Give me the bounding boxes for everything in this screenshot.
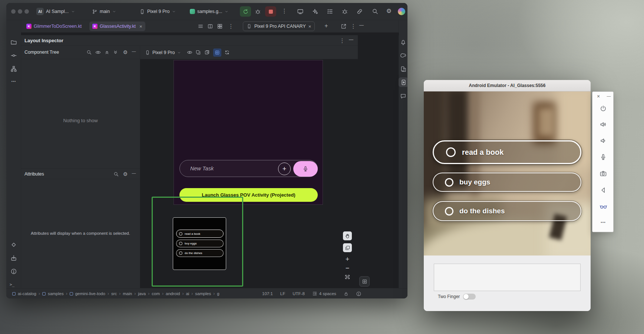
breadcrumb-item[interactable]: android <box>166 291 180 296</box>
todo-checkbox-icon[interactable] <box>446 147 456 157</box>
back-button[interactable] <box>599 186 608 194</box>
dependencies-icon[interactable] <box>10 241 17 248</box>
settings-gear-icon[interactable]: ⚙ <box>122 50 128 55</box>
lock-icon[interactable] <box>344 291 349 296</box>
traffic-light-zoom[interactable] <box>24 9 29 14</box>
search-icon[interactable] <box>372 8 379 15</box>
breadcrumb-item[interactable]: ai-catalog <box>18 291 36 296</box>
collapse-all-icon[interactable] <box>113 50 118 55</box>
device-selector-widget[interactable]: Pixel 9 Pro <box>137 6 179 17</box>
export-snapshot-icon[interactable] <box>204 50 210 55</box>
tool-window-more-icon[interactable]: ⋮ <box>350 23 356 29</box>
stop-button[interactable] <box>265 6 276 17</box>
new-task-input[interactable]: New Task + <box>179 160 318 177</box>
open-in-window-icon[interactable] <box>341 23 347 29</box>
close-tab-icon[interactable]: × <box>139 24 142 29</box>
todo-pill[interactable]: buy eggs <box>433 173 581 192</box>
traffic-light-minimize[interactable] <box>18 9 22 14</box>
layout-inspector-toggle-button[interactable] <box>359 276 370 287</box>
branch-widget[interactable]: main <box>89 6 119 17</box>
todo-pill[interactable]: read a book <box>433 140 581 164</box>
emulator-camera-view[interactable]: read a book buy eggs do the dishes <box>424 91 591 255</box>
todo-checkbox-icon[interactable] <box>445 207 453 216</box>
breadcrumb-item[interactable]: com <box>152 291 160 296</box>
pan-mode-button[interactable] <box>343 231 352 240</box>
ai-assistant-icon[interactable] <box>312 8 318 15</box>
power-button[interactable] <box>599 104 608 113</box>
settings-gear-icon[interactable]: ⚙ <box>122 171 128 177</box>
more-tool-windows-icon[interactable]: ••• <box>9 80 18 83</box>
search-icon[interactable] <box>113 171 119 177</box>
voice-input-button[interactable] <box>293 161 318 177</box>
volume-up-button[interactable] <box>599 120 608 129</box>
close-tab-icon[interactable]: × <box>308 24 311 29</box>
zoom-out-button[interactable]: − <box>343 264 352 273</box>
tab-glasses-activity[interactable]: GlassesActivity.kt × <box>89 21 145 31</box>
hide-tool-window-icon[interactable]: — <box>358 23 365 27</box>
settings-gear-icon[interactable]: ⚙ <box>385 8 393 14</box>
more-options-icon[interactable]: ••• <box>597 221 609 224</box>
breadcrumb-item[interactable]: java <box>138 291 146 296</box>
profile-globe-icon[interactable] <box>398 8 405 15</box>
project-folder-icon[interactable] <box>10 39 17 46</box>
camera-button[interactable] <box>599 169 608 178</box>
notifications-bell-icon[interactable] <box>400 39 406 46</box>
device-picker[interactable]: Pixel 9 Pro <box>145 48 181 57</box>
more-actions-button[interactable]: ⋮ <box>281 8 288 14</box>
view-options-eye-icon[interactable] <box>187 50 192 55</box>
phone-display-mirror[interactable]: New Task + Launch Glasses POV Activity (… <box>174 60 323 205</box>
bug-report-icon[interactable] <box>341 8 348 15</box>
list-view-icon[interactable] <box>198 23 204 29</box>
debug-button[interactable] <box>252 6 263 17</box>
grid-view-icon[interactable] <box>217 23 223 29</box>
todo-pill[interactable]: do the dishes <box>433 201 581 221</box>
close-icon[interactable]: × <box>595 94 601 99</box>
breadcrumb-item[interactable]: g <box>217 291 219 296</box>
problems-icon[interactable] <box>10 268 17 275</box>
breadcrumb-item[interactable]: main <box>123 291 132 296</box>
terminal-icon[interactable]: >_ <box>10 282 14 287</box>
running-devices-stripe-button[interactable] <box>399 77 407 87</box>
emulator-text-input[interactable] <box>434 264 581 291</box>
breadcrumb-item[interactable]: samples <box>48 291 64 296</box>
running-devices-tab[interactable]: Pixel 9 Pro API CANARY × <box>243 21 315 31</box>
search-icon[interactable] <box>86 50 92 55</box>
device-mirror-icon[interactable] <box>297 8 304 15</box>
tab-glimmer-todo-screen[interactable]: GlimmerToDoScreen.kt <box>23 21 85 31</box>
inspections-status-icon[interactable] <box>356 291 361 297</box>
rerun-button[interactable] <box>240 6 251 17</box>
zoom-in-button[interactable]: + <box>343 255 352 264</box>
hide-section-icon[interactable]: — <box>131 49 137 53</box>
line-separator-widget[interactable]: LF <box>280 291 285 296</box>
view-options-eye-icon[interactable] <box>95 50 101 55</box>
minimize-icon[interactable]: — <box>606 94 612 98</box>
add-task-button[interactable]: + <box>278 163 291 175</box>
link-icon[interactable] <box>356 8 363 15</box>
refresh-icon[interactable] <box>224 50 230 55</box>
caret-position-widget[interactable]: 107:1 <box>262 291 273 296</box>
hide-section-icon[interactable]: — <box>131 171 137 175</box>
breadcrumb-item[interactable]: samples <box>195 291 211 296</box>
build-install-icon[interactable] <box>10 255 17 261</box>
add-device-tab-button[interactable]: + <box>323 23 330 29</box>
run-config-widget[interactable]: samples.g... <box>187 6 231 17</box>
panel-hide-icon[interactable]: — <box>347 37 355 42</box>
breadcrumb-item[interactable]: ai <box>186 291 189 296</box>
todo-checkbox-icon[interactable] <box>445 178 453 187</box>
split-view-icon[interactable] <box>207 23 213 29</box>
mic-button[interactable] <box>599 153 608 161</box>
project-widget[interactable]: AI AI Sampl... <box>34 6 78 17</box>
feedback-chat-icon[interactable] <box>400 93 406 99</box>
panel-more-icon[interactable]: ⋮ <box>339 38 345 43</box>
gradle-icon[interactable] <box>400 53 406 59</box>
task-list-icon[interactable] <box>327 8 333 15</box>
layers-view-button[interactable] <box>343 243 352 252</box>
breadcrumb-item[interactable]: gemini-live-todo <box>75 291 105 296</box>
volume-down-button[interactable] <box>599 136 608 145</box>
commit-icon[interactable] <box>10 52 17 59</box>
indent-widget[interactable]: 4 spaces <box>312 291 336 296</box>
emulator-title-bar[interactable]: Android Emulator - AI_Glasses:5556 <box>424 80 591 91</box>
snapshot-icon[interactable] <box>195 50 201 55</box>
expand-all-icon[interactable] <box>104 50 110 55</box>
encoding-widget[interactable]: UTF-8 <box>293 291 305 296</box>
